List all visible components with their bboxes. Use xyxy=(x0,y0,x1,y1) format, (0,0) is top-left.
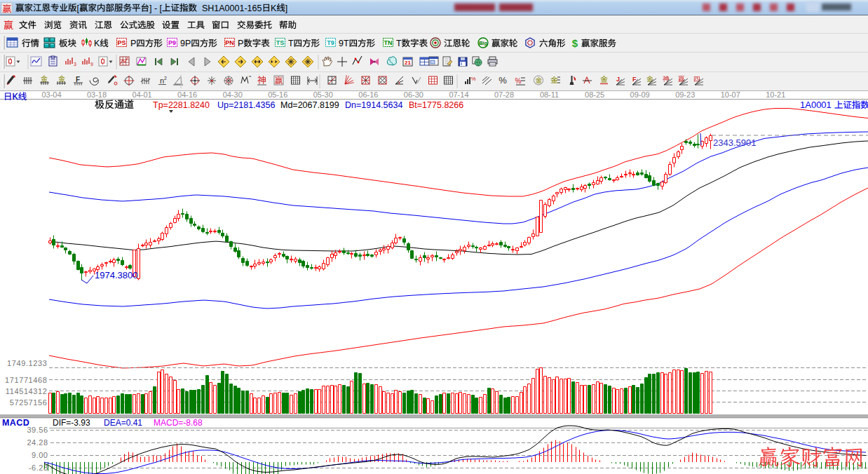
svg-text:%: % xyxy=(470,76,475,82)
svg-text:K: K xyxy=(94,39,100,48)
svg-text:%: % xyxy=(499,75,507,86)
svg-text:9T: 9T xyxy=(339,39,349,48)
svg-text:T: T xyxy=(288,39,294,48)
svg-text:1974.3800: 1974.3800 xyxy=(95,270,137,280)
svg-text:171771468: 171771468 xyxy=(5,376,47,384)
svg-text:F: F xyxy=(76,76,80,83)
svg-text:114514312: 114514312 xyxy=(6,387,48,395)
svg-text:P9: P9 xyxy=(168,39,176,46)
svg-text:10-21: 10-21 xyxy=(766,90,785,99)
svg-text:Tp=2281.8240: Tp=2281.8240 xyxy=(153,100,210,110)
svg-text:T: T xyxy=(396,39,402,48)
svg-text:05-16: 05-16 xyxy=(268,90,287,99)
svg-text:03-18: 03-18 xyxy=(87,90,107,99)
svg-text:03-04: 03-04 xyxy=(41,90,61,99)
svg-text:] - [: ] - [ xyxy=(149,4,163,13)
svg-text:06-16: 06-16 xyxy=(358,90,378,99)
svg-text:PS: PS xyxy=(117,39,126,46)
svg-text:[: [ xyxy=(77,4,80,13)
svg-text:09-09: 09-09 xyxy=(630,90,650,99)
svg-text:Dn=1914.5634: Dn=1914.5634 xyxy=(345,100,402,110)
svg-text:1A0001: 1A0001 xyxy=(800,100,832,110)
svg-text:05-30: 05-30 xyxy=(313,90,333,99)
svg-text:07-28: 07-28 xyxy=(494,90,514,99)
svg-text:DIF=-3.93: DIF=-3.93 xyxy=(53,418,90,428)
svg-text:SH1A0001-165: SH1A0001-165 xyxy=(197,4,262,13)
svg-text:24.28: 24.28 xyxy=(27,438,48,447)
svg-text:9P: 9P xyxy=(180,39,191,48)
svg-text:1749.1233: 1749.1233 xyxy=(7,359,47,367)
svg-text:07-14: 07-14 xyxy=(449,90,468,99)
svg-text:10-07: 10-07 xyxy=(721,90,740,99)
svg-text:9: 9 xyxy=(90,62,93,67)
svg-text:MACD: MACD xyxy=(2,418,29,428)
svg-text:MACD=-8.68: MACD=-8.68 xyxy=(154,418,203,428)
svg-text:Up=2181.4356: Up=2181.4356 xyxy=(217,100,275,110)
svg-text:08-11: 08-11 xyxy=(540,90,559,99)
svg-text:Bt=1775.8266: Bt=1775.8266 xyxy=(409,100,463,110)
svg-text:21: 21 xyxy=(405,60,411,66)
svg-text:-6.28: -6.28 xyxy=(29,463,48,472)
svg-text:9.00: 9.00 xyxy=(32,451,48,459)
svg-text:Md=2067.8199: Md=2067.8199 xyxy=(280,100,339,110)
svg-text:TS: TS xyxy=(276,39,285,46)
svg-text:": " xyxy=(249,74,251,81)
svg-text:K: K xyxy=(271,4,277,13)
svg-text:PN: PN xyxy=(225,39,234,46)
svg-text:08-25: 08-25 xyxy=(585,90,604,99)
svg-text:K: K xyxy=(13,92,19,102)
svg-text:]: ] xyxy=(285,4,287,13)
svg-text:P: P xyxy=(238,39,243,48)
svg-text:04-30: 04-30 xyxy=(223,90,243,99)
svg-text:TN: TN xyxy=(384,39,393,46)
svg-text:09-23: 09-23 xyxy=(675,90,695,99)
svg-text:39.56: 39.56 xyxy=(27,426,48,434)
svg-text:2: 2 xyxy=(164,76,167,81)
svg-text:P: P xyxy=(130,39,136,48)
svg-text:%: % xyxy=(515,77,522,85)
svg-text:F: F xyxy=(632,76,637,83)
svg-text:04-01: 04-01 xyxy=(133,90,152,99)
svg-text:$: $ xyxy=(572,37,578,49)
svg-text:04-16: 04-16 xyxy=(177,90,197,99)
svg-text:3: 3 xyxy=(74,62,76,67)
svg-text:Big: Big xyxy=(479,40,488,46)
svg-text:06-30: 06-30 xyxy=(404,90,423,99)
svg-text:57257156: 57257156 xyxy=(10,398,48,407)
svg-text:T9: T9 xyxy=(327,39,334,46)
svg-text:2343.5901: 2343.5901 xyxy=(713,137,756,148)
svg-text:DEA=0.41: DEA=0.41 xyxy=(104,418,142,428)
